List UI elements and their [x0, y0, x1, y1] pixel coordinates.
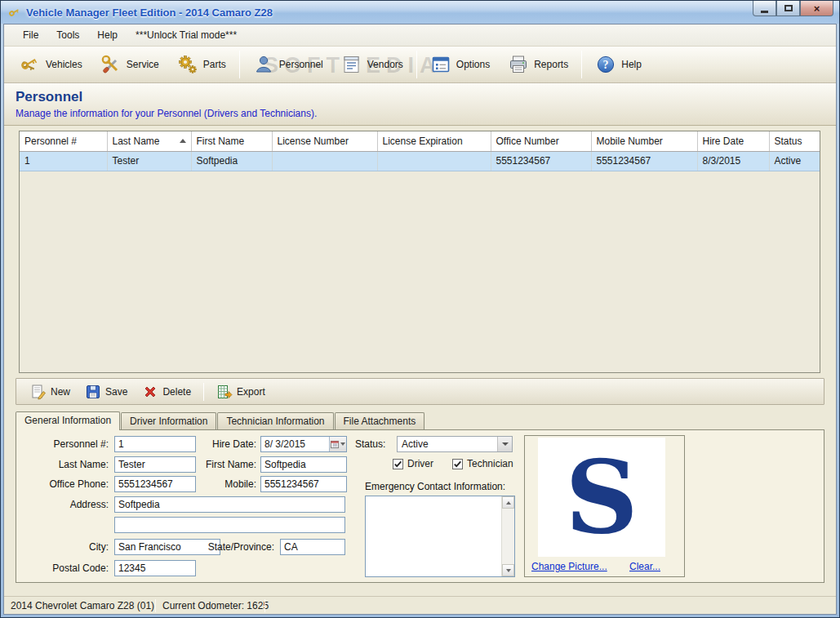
- change-picture-link[interactable]: Change Picture...: [531, 561, 607, 572]
- menu-tools[interactable]: Tools: [47, 26, 88, 44]
- clear-picture-link[interactable]: Clear...: [629, 561, 660, 572]
- address-label: Address:: [30, 499, 109, 510]
- options-button[interactable]: Options: [421, 49, 499, 80]
- window-title: Vehicle Manager Fleet Edition - 2014 Cam…: [26, 7, 273, 19]
- status-dropdown-button[interactable]: [497, 437, 512, 451]
- export-button-label: Export: [237, 386, 265, 398]
- driver-checkbox[interactable]: Driver: [393, 458, 433, 469]
- new-button[interactable]: New: [23, 381, 78, 402]
- column-header-license-number[interactable]: License Number: [272, 131, 377, 151]
- parts-button[interactable]: Parts: [168, 49, 235, 80]
- vendors-button-label: Vendors: [367, 59, 403, 70]
- personnel-number-input[interactable]: [114, 436, 196, 452]
- vendors-button[interactable]: Vendors: [332, 49, 412, 80]
- hire-date-value: 8/ 3/2015: [261, 437, 329, 451]
- delete-x-icon: [142, 384, 158, 400]
- tab-technician-information[interactable]: Technician Information: [217, 412, 333, 429]
- emergency-contact-label: Emergency Contact Information:: [365, 481, 505, 492]
- statusbar-odometer: Current Odometer: 1625: [156, 597, 264, 614]
- vertical-scrollbar[interactable]: [501, 496, 514, 576]
- save-button[interactable]: Save: [78, 381, 135, 402]
- cell-office-number: 5551234567: [491, 151, 591, 171]
- first-name-label: First Name:: [197, 459, 256, 470]
- new-button-label: New: [51, 386, 70, 398]
- options-button-label: Options: [456, 59, 490, 70]
- main-toolbar: SOFTPEDIA: [4, 47, 836, 83]
- column-header-license-expiration[interactable]: License Expiration: [377, 131, 491, 151]
- last-name-input[interactable]: [114, 456, 196, 473]
- maximize-button[interactable]: [776, 1, 800, 16]
- technician-checkbox-label: Technician: [467, 458, 513, 469]
- office-phone-input[interactable]: [114, 476, 196, 492]
- help-button[interactable]: ? Help: [586, 49, 651, 80]
- tab-general-information[interactable]: General Information: [16, 411, 120, 430]
- technician-checkbox[interactable]: Technician: [452, 458, 513, 469]
- postal-code-label: Postal Code:: [30, 562, 109, 574]
- column-header-hire-date[interactable]: Hire Date: [697, 131, 769, 151]
- city-label: City:: [30, 541, 109, 553]
- tools-icon: [100, 54, 122, 75]
- close-button[interactable]: ×: [800, 1, 833, 16]
- personnel-row-selected[interactable]: 1 Tester Softpedia 5551234567 5551234567…: [20, 151, 820, 171]
- column-header-personnel-number[interactable]: Personnel #: [20, 131, 107, 151]
- app-key-icon: [7, 6, 20, 19]
- minimize-button[interactable]: [753, 1, 776, 16]
- menu-unlock-trial[interactable]: ***Unlock Trial mode***: [127, 26, 246, 44]
- scroll-up-button[interactable]: [502, 496, 514, 509]
- scroll-down-button[interactable]: [502, 564, 514, 576]
- cell-personnel-number: 1: [20, 151, 107, 171]
- vehicles-button[interactable]: Vehicles: [11, 49, 91, 80]
- checkbox-checked-icon: [452, 459, 463, 469]
- status-bar: 2014 Chevrolet Camaro Z28 (01) Current O…: [4, 596, 836, 614]
- last-name-label: Last Name:: [30, 459, 109, 470]
- calendar-dropdown-button[interactable]: [329, 437, 346, 451]
- column-header-office-number[interactable]: Office Number: [491, 131, 591, 151]
- general-information-panel: Personnel #: Hire Date: 8/ 3/2015: [16, 429, 824, 583]
- new-record-icon: [30, 384, 47, 400]
- toolbar-separator: [239, 51, 240, 78]
- tab-file-attachments[interactable]: File Attachments: [335, 412, 425, 429]
- menu-file[interactable]: File: [14, 26, 47, 44]
- column-header-last-name[interactable]: Last Name: [107, 131, 191, 151]
- delete-button[interactable]: Delete: [135, 381, 198, 402]
- first-name-input[interactable]: [260, 456, 347, 473]
- column-header-status[interactable]: Status: [769, 131, 820, 151]
- emergency-contact-textarea[interactable]: [366, 496, 501, 576]
- page-subtitle: Manage the information for your Personne…: [16, 108, 824, 119]
- cell-mobile-number: 5551234567: [591, 151, 697, 171]
- menu-help[interactable]: Help: [88, 26, 127, 44]
- personnel-picture-box: S Change Picture... Clear...: [524, 435, 685, 577]
- column-header-mobile-number[interactable]: Mobile Number: [591, 131, 697, 151]
- vehicles-button-label: Vehicles: [46, 59, 82, 70]
- address-line1-input[interactable]: [114, 496, 345, 513]
- printer-icon: [508, 54, 529, 75]
- export-icon: [216, 384, 233, 400]
- reports-button[interactable]: Reports: [499, 49, 577, 80]
- sort-ascending-icon: [180, 139, 186, 143]
- window-controls: ×: [753, 1, 833, 16]
- personnel-button-label: Personnel: [279, 59, 323, 70]
- gears-icon: [177, 54, 198, 75]
- detail-tabs: General Information Driver Information T…: [16, 411, 824, 429]
- record-action-bar: New Save: [16, 378, 824, 405]
- status-dropdown[interactable]: Active: [397, 436, 513, 452]
- cell-first-name: Softpedia: [191, 151, 272, 171]
- keys-icon: [20, 54, 41, 75]
- reports-button-label: Reports: [534, 59, 568, 70]
- svg-text:?: ?: [603, 59, 609, 71]
- delete-button-label: Delete: [162, 386, 191, 398]
- postal-code-input[interactable]: [114, 560, 196, 576]
- hire-date-label: Hire Date:: [201, 438, 256, 450]
- toolbar-separator: [416, 51, 417, 78]
- hire-date-picker[interactable]: 8/ 3/2015: [260, 436, 347, 452]
- service-button[interactable]: Service: [91, 49, 168, 80]
- cell-last-name: Tester: [107, 151, 191, 171]
- cell-license-number: [272, 151, 377, 171]
- export-button[interactable]: Export: [209, 381, 273, 402]
- state-province-input[interactable]: [280, 539, 345, 555]
- tab-driver-information[interactable]: Driver Information: [121, 412, 216, 429]
- address-line2-input[interactable]: [114, 517, 345, 533]
- mobile-input[interactable]: [260, 476, 347, 492]
- personnel-button[interactable]: Personnel: [244, 49, 332, 80]
- column-header-first-name[interactable]: First Name: [191, 131, 272, 151]
